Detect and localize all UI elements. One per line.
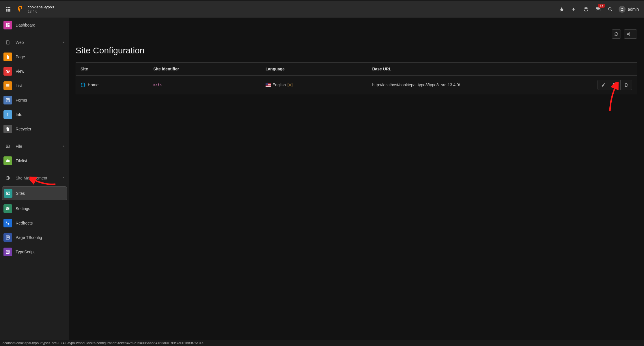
language-index: [0] bbox=[287, 83, 293, 87]
sidebar-item-sites[interactable]: Sites bbox=[2, 186, 67, 200]
typo3-logo[interactable] bbox=[15, 4, 25, 14]
username: admin bbox=[628, 7, 639, 12]
help-icon bbox=[583, 7, 589, 12]
sidebar-item-dashboard[interactable]: Dashboard bbox=[0, 18, 69, 32]
svg-rect-18 bbox=[6, 23, 8, 25]
forms-icon bbox=[3, 96, 12, 104]
svg-point-22 bbox=[7, 71, 8, 72]
eye-icon bbox=[3, 67, 12, 76]
trash-icon bbox=[624, 83, 628, 87]
content-area: Site Configuration Site Site identifier … bbox=[69, 18, 644, 340]
sidebar-item-page[interactable]: Page bbox=[0, 50, 69, 64]
sidebar-item-list[interactable]: List bbox=[0, 78, 69, 93]
refresh-icon bbox=[614, 32, 618, 36]
sidebar-item-filelist[interactable]: Filelist bbox=[0, 154, 69, 168]
user-icon bbox=[620, 7, 624, 11]
share-button[interactable] bbox=[624, 29, 637, 39]
user-menu[interactable]: admin bbox=[619, 6, 639, 13]
pencil-icon bbox=[601, 83, 606, 87]
info-icon bbox=[3, 110, 12, 119]
sidebar-item-settings[interactable]: Settings bbox=[0, 201, 69, 216]
cloud-icon bbox=[3, 156, 12, 165]
edit-button[interactable] bbox=[598, 80, 609, 90]
page-icon bbox=[3, 53, 12, 61]
flag-us-icon bbox=[266, 83, 271, 87]
help-button[interactable] bbox=[580, 3, 592, 15]
svg-rect-5 bbox=[9, 9, 10, 10]
sidebar-group-file[interactable]: File bbox=[0, 138, 69, 154]
sidebar-item-label: Sites bbox=[16, 191, 25, 196]
site-version: 13.4.0 bbox=[28, 10, 54, 14]
svg-line-56 bbox=[628, 33, 629, 34]
svg-rect-49 bbox=[7, 237, 9, 237]
svg-point-17 bbox=[621, 8, 623, 9]
svg-point-45 bbox=[7, 207, 8, 208]
svg-point-15 bbox=[608, 8, 611, 10]
sidebar-item-redirects[interactable]: Redirects bbox=[0, 216, 69, 230]
svg-rect-20 bbox=[8, 25, 10, 27]
statusbar-text: localhost/cookiepal-typo3/typo3_src-13.4… bbox=[2, 341, 204, 345]
site-name-text: Home bbox=[88, 83, 98, 87]
svg-rect-32 bbox=[7, 127, 8, 128]
search-button[interactable] bbox=[604, 3, 616, 15]
svg-rect-0 bbox=[6, 7, 7, 8]
svg-rect-19 bbox=[8, 23, 10, 24]
cache-button[interactable] bbox=[568, 3, 580, 15]
sidebar-group-site-management[interactable]: Site Management bbox=[0, 170, 69, 185]
baseurl-text: http://localhost/cookiepal-typo3/typo3_s… bbox=[372, 83, 460, 87]
sidebar-item-recycler[interactable]: Recycler bbox=[0, 122, 69, 136]
gear-icon bbox=[613, 83, 617, 87]
col-site: Site bbox=[76, 63, 149, 76]
cell-identifier: main bbox=[149, 76, 261, 94]
sidebar-item-label: Page bbox=[16, 55, 25, 59]
svg-point-46 bbox=[8, 208, 9, 209]
svg-rect-1 bbox=[8, 7, 9, 8]
site-management-group-icon bbox=[3, 174, 12, 182]
sidebar-item-label: List bbox=[16, 83, 22, 88]
svg-rect-25 bbox=[6, 87, 10, 87]
notifications-button[interactable]: 37 bbox=[592, 3, 604, 15]
search-icon bbox=[608, 7, 613, 12]
sidebar-item-label: Forms bbox=[16, 98, 27, 102]
chevron-down-icon bbox=[632, 33, 634, 35]
svg-rect-2 bbox=[9, 7, 10, 8]
tsconfig-icon bbox=[3, 233, 12, 242]
sidebar-item-label: Recycler bbox=[16, 127, 31, 131]
sidebar-item-info[interactable]: Info bbox=[0, 107, 69, 122]
col-identifier: Site identifier bbox=[149, 63, 261, 76]
web-group-icon bbox=[3, 38, 12, 47]
redirect-icon bbox=[3, 219, 12, 227]
sidebar-item-page-tsconfig[interactable]: Page TSconfig bbox=[0, 230, 69, 245]
sidebar-group-web[interactable]: Web bbox=[0, 34, 69, 50]
sidebar-item-view[interactable]: View bbox=[0, 64, 69, 78]
sidebar-group-label: Site Management bbox=[16, 176, 47, 180]
svg-rect-23 bbox=[6, 84, 10, 85]
chevron-up-icon bbox=[62, 40, 65, 45]
site-name: cookiepal-typo3 bbox=[28, 5, 54, 10]
svg-line-16 bbox=[611, 10, 612, 11]
star-icon bbox=[559, 7, 564, 12]
delete-button[interactable] bbox=[621, 80, 632, 90]
svg-rect-8 bbox=[9, 10, 10, 12]
cell-baseurl: http://localhost/cookiepal-typo3/typo3_s… bbox=[367, 76, 591, 94]
chevron-up-icon bbox=[62, 144, 65, 149]
cell-actions bbox=[591, 76, 637, 94]
bookmark-button[interactable] bbox=[556, 3, 568, 15]
svg-point-58 bbox=[614, 84, 615, 85]
svg-rect-41 bbox=[7, 193, 8, 194]
svg-line-57 bbox=[628, 34, 629, 35]
sidebar-item-forms[interactable]: Forms bbox=[0, 93, 69, 107]
app-switcher-button[interactable] bbox=[3, 4, 13, 14]
page-title: Site Configuration bbox=[76, 46, 637, 55]
share-icon bbox=[626, 32, 630, 36]
sidebar-item-label: Settings bbox=[16, 206, 30, 211]
svg-rect-6 bbox=[6, 10, 7, 12]
site-icon bbox=[4, 189, 12, 198]
sidebar-item-typoscript[interactable]: TSTypoScript bbox=[0, 245, 69, 259]
settings-button[interactable] bbox=[609, 80, 621, 90]
lightning-icon bbox=[572, 7, 576, 12]
content-toolbar bbox=[69, 18, 644, 39]
refresh-button[interactable] bbox=[612, 29, 621, 39]
dashboard-icon bbox=[3, 21, 12, 29]
col-baseurl: Base URL bbox=[367, 63, 591, 76]
